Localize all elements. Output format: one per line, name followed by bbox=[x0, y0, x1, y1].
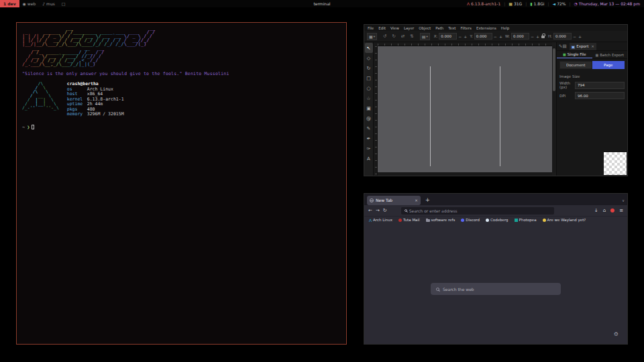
tab-single-file[interactable]: ■Single File bbox=[557, 51, 592, 58]
decrement-button[interactable]: − bbox=[493, 34, 498, 39]
increment-button[interactable]: + bbox=[463, 34, 468, 39]
bookmark-are-we-wayland-yet-[interactable]: Are we Wayland yet? bbox=[543, 218, 586, 222]
decrement-button[interactable]: − bbox=[458, 34, 462, 39]
fetch-label: memory bbox=[67, 112, 87, 117]
workspace-web[interactable]: ◉web bbox=[19, 0, 40, 7]
menu-icon[interactable]: ≡ bbox=[619, 208, 623, 213]
inkscape-tool-controls: ▦ ▾ ↺↻⇄⇅ ▤ ▾ X:0.000−+Y:0.000−+W:0.000−+… bbox=[364, 31, 627, 42]
download-icon[interactable]: ↓ bbox=[594, 208, 598, 213]
selector-tool[interactable]: ↖ bbox=[365, 43, 373, 53]
bookmark-software-refs[interactable]: software refs bbox=[426, 218, 455, 222]
inkscape-workspace: ↖◇↻□○☆▣@✎✒✑A ✎▤ ▣ Export × ■Sin bbox=[364, 42, 627, 176]
dpi-input[interactable] bbox=[575, 92, 625, 99]
menu-object[interactable]: Object bbox=[419, 26, 431, 30]
layers-dock-icon[interactable]: ▤ bbox=[562, 44, 566, 49]
pencil-tool[interactable]: ✎ bbox=[365, 123, 373, 133]
inkscape-window[interactable]: FileEditViewLayerObjectPathTextFiltersEx… bbox=[364, 24, 628, 176]
document-button[interactable]: Document bbox=[559, 61, 592, 69]
bookmarks-bar: ΛArch LinuxTuta Mailsoftware refsDiscord… bbox=[364, 216, 627, 223]
workspace-dev[interactable]: 1 dev bbox=[0, 0, 19, 7]
flip-horizontal-icon[interactable]: ⇄ bbox=[401, 34, 405, 39]
menu-layer[interactable]: Layer bbox=[404, 26, 414, 30]
rectangle-tool[interactable]: □ bbox=[365, 73, 373, 83]
decrement-button[interactable]: − bbox=[572, 34, 577, 39]
bookmark-photopea[interactable]: Photopea bbox=[515, 218, 537, 222]
bookmark-label: Discord bbox=[466, 218, 480, 222]
field-h-value[interactable]: 0.000 bbox=[553, 33, 572, 40]
export-mode-tabs: ■Single File▦Batch Export bbox=[557, 51, 627, 59]
shape-builder-tool[interactable]: ↻ bbox=[365, 63, 373, 73]
width-input[interactable] bbox=[575, 82, 625, 89]
browser-toolbar: ← → ↻ Search or enter address ↓⌂≡ bbox=[364, 205, 627, 216]
arch-ascii-logo: /\ / \ /\ \ / __ \ / | | \ / |__| \/_-''… bbox=[22, 82, 59, 117]
status-modules: Λ6.13.8-arch1-1|▦31G|▮1.8Gi|◄72%|◔Thursd… bbox=[467, 1, 644, 6]
calligraphy-tool[interactable]: ✑ bbox=[365, 143, 373, 154]
lock-ratio-icon[interactable] bbox=[541, 36, 545, 38]
tab-batch-export[interactable]: ▦Batch Export bbox=[592, 51, 628, 58]
star-tool[interactable]: ☆ bbox=[365, 93, 373, 103]
selection-mode-dropdown[interactable]: ▦ ▾ bbox=[367, 33, 377, 40]
menu-file[interactable]: File bbox=[368, 26, 374, 30]
close-tab-icon[interactable]: × bbox=[415, 198, 418, 202]
pen-tool[interactable]: ✒ bbox=[365, 133, 373, 143]
spiral-tool[interactable]: @ bbox=[365, 113, 373, 123]
workspace-mus[interactable]: ♪mus bbox=[39, 0, 58, 7]
increment-button[interactable]: + bbox=[578, 34, 582, 39]
home-icon[interactable]: ⌂ bbox=[603, 208, 606, 213]
menu-edit[interactable]: Edit bbox=[378, 26, 386, 30]
field-y-value[interactable]: 0.000 bbox=[474, 33, 492, 40]
box-3d-tool[interactable]: ▣ bbox=[365, 103, 373, 113]
decrement-button[interactable]: − bbox=[530, 34, 535, 39]
back-icon[interactable]: ← bbox=[368, 208, 372, 213]
bookmark-codeberg[interactable]: Codeberg bbox=[486, 218, 508, 222]
shell-prompt[interactable]: ~ ❯ bbox=[22, 125, 341, 130]
close-icon[interactable]: × bbox=[591, 44, 594, 48]
folder-icon bbox=[426, 219, 430, 222]
flip-vertical-icon[interactable]: ⇅ bbox=[410, 34, 413, 39]
export-dialog-tab[interactable]: ▣ Export × bbox=[570, 43, 596, 50]
menu-extensions[interactable]: Extensions bbox=[476, 26, 496, 30]
bookmark-arch-linux[interactable]: ΛArch Linux bbox=[369, 218, 392, 222]
increment-button[interactable]: + bbox=[498, 34, 503, 39]
search-icon bbox=[405, 209, 407, 212]
units-dropdown[interactable]: ▤ ▾ bbox=[420, 33, 430, 40]
menu-text[interactable]: Text bbox=[448, 26, 455, 30]
memory-status: ▮1.8Gi bbox=[530, 1, 544, 6]
scrollbar-thumb[interactable] bbox=[553, 48, 555, 91]
gear-icon[interactable]: ⚙ bbox=[614, 331, 619, 337]
forward-icon[interactable]: → bbox=[376, 208, 380, 213]
menu-filters[interactable]: Filters bbox=[460, 26, 472, 30]
increment-button[interactable]: + bbox=[535, 34, 540, 39]
menu-view[interactable]: View bbox=[390, 26, 399, 30]
inkscape-canvas[interactable] bbox=[378, 46, 552, 172]
browser-window[interactable]: New Tab × + ∨ ← → ↻ Search or enter addr… bbox=[364, 193, 628, 345]
field-w-value[interactable]: 0.000 bbox=[511, 33, 529, 40]
arch-icon: Λ bbox=[467, 1, 470, 6]
web-search-box[interactable]: Search the web bbox=[431, 283, 561, 295]
reload-icon[interactable]: ↻ bbox=[383, 208, 387, 213]
active-tab[interactable]: New Tab × bbox=[367, 196, 421, 205]
bookmark-discord[interactable]: Discord bbox=[461, 218, 480, 222]
chevron-down-icon: ▾ bbox=[374, 35, 375, 38]
workspace-scratch[interactable]: □ bbox=[58, 0, 69, 7]
url-bar[interactable]: Search or enter address bbox=[401, 207, 554, 215]
terminal-window[interactable]: __ __ _ _____ / /________ ____ ___ ___ /… bbox=[16, 22, 347, 345]
kernel-status: Λ6.13.8-arch1-1 bbox=[467, 1, 500, 6]
rotate-ccw-icon[interactable]: ↺ bbox=[383, 34, 386, 39]
bookmark-tuta-mail[interactable]: Tuta Mail bbox=[398, 218, 419, 222]
separator: | bbox=[525, 1, 527, 6]
page-button[interactable]: Page bbox=[592, 61, 625, 69]
menu-path[interactable]: Path bbox=[435, 26, 443, 30]
clock-status: ◔Thursday, Mar 13 — 02:48 pm bbox=[574, 1, 641, 6]
rotate-cw-icon[interactable]: ↻ bbox=[392, 34, 395, 39]
field-x-value[interactable]: 0.000 bbox=[439, 33, 457, 40]
horizontal-scrollbar[interactable] bbox=[378, 172, 552, 176]
node-tool[interactable]: ◇ bbox=[365, 53, 373, 63]
text-tool[interactable]: A bbox=[365, 154, 373, 164]
list-all-tabs-icon[interactable]: ∨ bbox=[622, 198, 625, 202]
menu-help[interactable]: Help bbox=[501, 26, 510, 30]
field-label: X: bbox=[434, 34, 438, 38]
adblock-icon[interactable] bbox=[610, 208, 614, 213]
ellipse-tool[interactable]: ○ bbox=[365, 83, 373, 93]
new-tab-button[interactable]: + bbox=[425, 197, 430, 203]
